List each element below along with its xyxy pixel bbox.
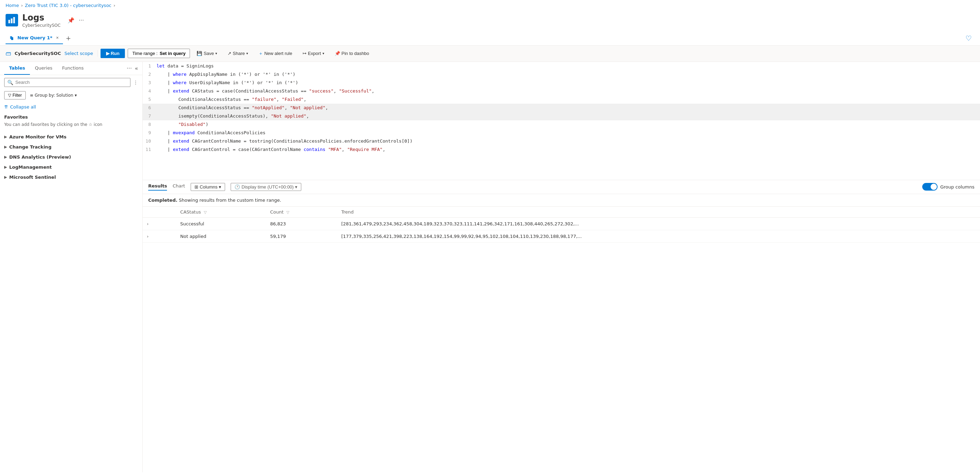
favorites-hint: You can add favorites by clicking on the… bbox=[4, 122, 138, 128]
select-scope-link[interactable]: Select scope bbox=[64, 51, 93, 56]
list-icon: ≡ bbox=[30, 93, 33, 98]
tab-new-query[interactable]: New Query 1* ✕ bbox=[6, 32, 63, 44]
sidebar-tab-functions[interactable]: Functions bbox=[57, 62, 88, 75]
tab-close-button[interactable]: ✕ bbox=[56, 36, 59, 40]
tree-arrow-log-management: ▶ bbox=[4, 165, 7, 169]
row1-expand[interactable]: › bbox=[143, 217, 176, 230]
code-line-7: 7 isempty(ConditionalAccessStatus), "Not… bbox=[143, 112, 980, 120]
sidebar-content: Favorites You can add favorites by click… bbox=[0, 112, 142, 472]
query-editor[interactable]: 1 let data = SigninLogs 2 | where AppDis… bbox=[143, 62, 980, 180]
save-icon: 💾 bbox=[197, 51, 202, 56]
code-line-6: 6 ConditionalAccessStatus == "notApplied… bbox=[143, 104, 980, 112]
search-input[interactable] bbox=[15, 79, 127, 85]
results-tab-chart[interactable]: Chart bbox=[173, 183, 185, 190]
tab-label: New Query 1* bbox=[18, 35, 52, 40]
search-icon: 🔍 bbox=[7, 79, 13, 85]
results-status: Completed. Showing results from the cust… bbox=[143, 194, 980, 206]
app-title: Logs bbox=[22, 13, 60, 23]
results-area: Results Chart ⊞ Columns ▾ 🕐 Display time… bbox=[143, 180, 980, 472]
group-columns-toggle[interactable] bbox=[922, 183, 937, 190]
favorites-section: Favorites You can add favorites by click… bbox=[0, 112, 142, 132]
sidebar-search-area: 🔍 ⋮ bbox=[0, 75, 142, 90]
code-line-2: 2 | where AppDisplayName in ('*') or '*'… bbox=[143, 70, 980, 79]
main-layout: Tables Queries Functions ··· « 🔍 ⋮ ▽ Fil… bbox=[0, 62, 980, 472]
share-button[interactable]: ↗ Share ▾ bbox=[224, 49, 252, 58]
tree-arrow-azure-monitor: ▶ bbox=[4, 135, 7, 139]
filter-button[interactable]: ▽ Filter bbox=[4, 91, 26, 100]
heart-icon[interactable]: ♡ bbox=[963, 31, 974, 45]
tree-item-log-management[interactable]: ▶ LogManagement bbox=[0, 162, 142, 172]
breadcrumb-sep1: › bbox=[21, 3, 22, 8]
sidebar-tabs: Tables Queries Functions ··· « bbox=[0, 62, 142, 75]
code-line-5: 5 ConditionalAccessStatus == "failure", … bbox=[143, 95, 980, 104]
save-button[interactable]: 💾 Save ▾ bbox=[193, 49, 221, 58]
pin-icon[interactable]: 📌 bbox=[67, 17, 75, 24]
save-chevron: ▾ bbox=[215, 51, 217, 55]
app-header-actions: 📌 ··· bbox=[67, 17, 84, 24]
group-columns-toggle-group: Group columns bbox=[922, 183, 974, 190]
query-tab-icon bbox=[10, 35, 15, 41]
export-button[interactable]: ↦ Export ▾ bbox=[299, 49, 328, 58]
scope-label: CyberSecuritySOC bbox=[14, 51, 61, 56]
scope-icon: 🗃 bbox=[6, 50, 11, 57]
status-detail: Showing results from the custom time ran… bbox=[179, 198, 281, 203]
time-range-value: Set in query bbox=[160, 51, 185, 56]
results-tab-results[interactable]: Results bbox=[148, 183, 167, 190]
columns-button[interactable]: ⊞ Columns ▾ bbox=[191, 183, 225, 191]
sidebar-tab-queries[interactable]: Queries bbox=[30, 62, 57, 75]
tree-arrow-microsoft-sentinel: ▶ bbox=[4, 175, 7, 179]
search-more-button[interactable]: ⋮ bbox=[133, 79, 138, 85]
tabs-bar: New Query 1* ✕ + ♡ bbox=[0, 31, 980, 46]
row1-trend: [281,361,479,293,234,362,458,304,189,323… bbox=[337, 217, 980, 230]
col-header-castatus[interactable]: CAStatus ▽ bbox=[176, 206, 266, 218]
count-filter-icon[interactable]: ▽ bbox=[286, 210, 289, 214]
table-row: › Not applied 59,179 [177,379,335,256,42… bbox=[143, 230, 980, 243]
col-header-trend[interactable]: Trend bbox=[337, 206, 980, 218]
row2-trend: [177,379,335,256,421,398,223,138,164,192… bbox=[337, 230, 980, 243]
clock-icon: 🕐 bbox=[234, 184, 240, 190]
display-time-chevron: ▾ bbox=[295, 184, 298, 190]
scope-section: 🗃 CyberSecuritySOC Select scope bbox=[6, 50, 98, 57]
collapse-all-button[interactable]: ⇈ Collapse all bbox=[0, 102, 142, 112]
tree-item-change-tracking[interactable]: ▶ Change Tracking bbox=[0, 142, 142, 152]
app-header: Logs CyberSecuritySOC 📌 ··· bbox=[0, 11, 980, 31]
svg-rect-0 bbox=[8, 20, 10, 23]
tree-arrow-change-tracking: ▶ bbox=[4, 145, 7, 149]
svg-rect-4 bbox=[11, 37, 13, 40]
row2-castatus: Not applied bbox=[176, 230, 266, 243]
sidebar-tab-tables[interactable]: Tables bbox=[4, 62, 30, 75]
table-body: › Successful 86,823 [281,361,479,293,234… bbox=[143, 217, 980, 243]
group-by-button[interactable]: ≡ Group by: Solution ▾ bbox=[30, 93, 77, 98]
tab-add-button[interactable]: + bbox=[63, 32, 74, 44]
columns-chevron: ▾ bbox=[219, 184, 221, 190]
time-range-label: Time range : bbox=[132, 51, 158, 56]
breadcrumb-home[interactable]: Home bbox=[6, 3, 19, 8]
breadcrumb-workspace[interactable]: Zero Trust (TIC 3.0) - cybersecuritysoc bbox=[25, 3, 112, 8]
new-alert-button[interactable]: ＋ New alert rule bbox=[255, 48, 296, 59]
sidebar-more-button[interactable]: ··· bbox=[127, 65, 132, 71]
code-line-4: 4 | extend CAStatus = case(ConditionalAc… bbox=[143, 87, 980, 95]
status-completed: Completed. bbox=[148, 198, 177, 203]
time-range-button[interactable]: Time range : Set in query bbox=[128, 49, 190, 58]
row2-count: 59,179 bbox=[266, 230, 337, 243]
favorites-star-icon: ☆ bbox=[89, 122, 92, 127]
run-button[interactable]: ▶ Run bbox=[100, 49, 125, 58]
breadcrumb-sep2: › bbox=[113, 3, 115, 8]
col-header-count[interactable]: Count ▽ bbox=[266, 206, 337, 218]
svg-rect-1 bbox=[11, 18, 13, 23]
code-line-3: 3 | where UserDisplayName in ('*') or '*… bbox=[143, 79, 980, 87]
pin-to-dashboard-button[interactable]: 📌 Pin to dashbo bbox=[331, 49, 373, 58]
toolbar: 🗃 CyberSecuritySOC Select scope ▶ Run Ti… bbox=[0, 46, 980, 62]
more-icon[interactable]: ··· bbox=[79, 17, 84, 24]
row2-expand[interactable]: › bbox=[143, 230, 176, 243]
sidebar-filter-row: ▽ Filter ≡ Group by: Solution ▾ bbox=[0, 90, 142, 102]
tree-item-dns-analytics[interactable]: ▶ DNS Analytics (Preview) bbox=[0, 152, 142, 162]
tree-item-microsoft-sentinel[interactable]: ▶ Microsoft Sentinel bbox=[0, 172, 142, 182]
share-icon: ↗ bbox=[228, 51, 231, 56]
search-box: 🔍 bbox=[4, 78, 130, 87]
display-time-button[interactable]: 🕐 Display time (UTC+00:00) ▾ bbox=[231, 183, 301, 191]
columns-icon: ⊞ bbox=[194, 184, 198, 190]
tree-item-azure-monitor[interactable]: ▶ Azure Monitor for VMs bbox=[0, 132, 142, 142]
sidebar-collapse-button[interactable]: « bbox=[135, 65, 138, 71]
castatus-filter-icon[interactable]: ▽ bbox=[204, 210, 207, 214]
